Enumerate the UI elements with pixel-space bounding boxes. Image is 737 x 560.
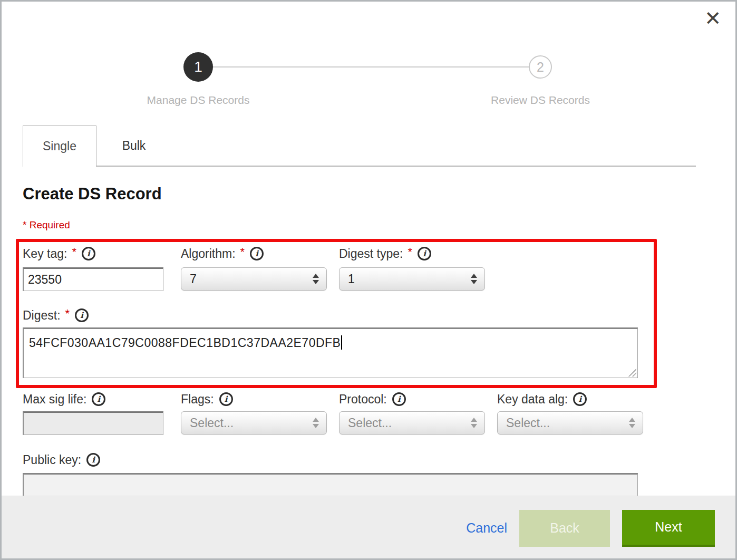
select-spinner-icon	[471, 274, 477, 284]
page-title: Create DS Record	[23, 185, 162, 204]
info-icon[interactable]: i	[250, 247, 264, 260]
cancel-button[interactable]: Cancel	[466, 520, 507, 536]
info-icon[interactable]: i	[392, 392, 406, 406]
required-asterisk: *	[240, 245, 245, 259]
digest-type-label: Digest type:	[339, 247, 403, 261]
info-icon-glyph: i	[225, 394, 228, 404]
back-button[interactable]: Back	[519, 510, 610, 547]
flags-select[interactable]: Select...	[181, 411, 327, 435]
required-asterisk: *	[408, 245, 412, 259]
create-ds-record-modal: ✕ 1 2 Manage DS Records Review DS Record…	[0, 0, 737, 560]
stepper-connector-line	[213, 66, 530, 67]
algorithm-select-value: 7	[190, 272, 313, 286]
modal-footer: Cancel Back Next	[0, 496, 737, 560]
public-key-label-row: Public key: i	[23, 452, 100, 468]
protocol-label-row: Protocol: i	[339, 391, 406, 407]
digest-label: Digest:	[23, 308, 61, 323]
info-icon-glyph: i	[92, 455, 95, 465]
step-1-label: Manage DS Records	[93, 94, 304, 107]
tab-bulk-label: Bulk	[122, 139, 146, 153]
info-icon-glyph: i	[98, 394, 101, 404]
tab-bar-divider	[96, 166, 696, 167]
digest-textarea[interactable]: 54FCF030AA1C79C0088FDEC1BD1C37DAA2E70DFB	[23, 327, 638, 378]
digest-label-row: Digest: * i	[23, 307, 89, 323]
info-icon-glyph: i	[87, 249, 90, 258]
resize-handle-icon[interactable]	[627, 368, 636, 376]
info-icon-glyph: i	[80, 311, 83, 320]
info-icon[interactable]: i	[82, 247, 95, 260]
info-icon[interactable]: i	[573, 392, 587, 406]
key-tag-input[interactable]	[23, 267, 163, 291]
select-spinner-icon	[629, 418, 635, 428]
key-data-alg-label: Key data alg:	[497, 392, 568, 407]
algorithm-select[interactable]: 7	[181, 267, 327, 291]
info-icon[interactable]: i	[75, 308, 89, 322]
key-data-alg-select[interactable]: Select...	[497, 411, 643, 435]
step-2-circle: 2	[529, 55, 552, 79]
flags-label: Flags:	[181, 392, 214, 407]
digest-value: 54FCF030AA1C79C0088FDEC1BD1C37DAA2E70DFB	[29, 336, 341, 350]
close-icon[interactable]: ✕	[704, 8, 721, 28]
text-cursor	[341, 335, 342, 350]
info-icon-glyph: i	[423, 249, 426, 258]
digest-type-select-value: 1	[348, 272, 471, 286]
flags-label-row: Flags: i	[181, 391, 233, 407]
step-1-number: 1	[194, 59, 202, 75]
required-note-text: Required	[30, 219, 70, 230]
algorithm-label-row: Algorithm: * i	[181, 246, 264, 262]
tab-bulk[interactable]: Bulk	[96, 125, 171, 166]
select-spinner-icon	[313, 418, 319, 428]
tab-single-label: Single	[43, 139, 76, 153]
max-sig-life-label: Max sig life:	[23, 392, 86, 407]
required-asterisk: *	[23, 219, 26, 230]
required-note: * Required	[23, 219, 70, 231]
info-icon[interactable]: i	[219, 392, 233, 406]
key-tag-label: Key tag:	[23, 247, 67, 261]
max-sig-life-label-row: Max sig life: i	[23, 391, 105, 407]
public-key-label: Public key:	[23, 453, 81, 467]
protocol-label: Protocol:	[339, 392, 387, 407]
algorithm-label: Algorithm:	[181, 247, 236, 261]
digest-type-select[interactable]: 1	[339, 267, 485, 291]
required-asterisk: *	[65, 307, 70, 321]
digest-type-label-row: Digest type: * i	[339, 246, 431, 262]
step-1-circle: 1	[183, 52, 213, 82]
select-spinner-icon	[313, 274, 319, 284]
protocol-select[interactable]: Select...	[339, 411, 485, 435]
info-icon-glyph: i	[255, 249, 258, 258]
next-button[interactable]: Next	[622, 510, 715, 547]
max-sig-life-input[interactable]	[23, 411, 163, 435]
step-2-number: 2	[537, 60, 544, 75]
info-icon[interactable]: i	[92, 392, 105, 406]
info-icon-glyph: i	[578, 394, 581, 404]
tab-single[interactable]: Single	[23, 125, 96, 167]
info-icon[interactable]: i	[86, 453, 100, 467]
step-2-label: Review DS Records	[435, 94, 646, 107]
select-spinner-icon	[471, 418, 477, 428]
info-icon[interactable]: i	[418, 247, 431, 260]
flags-select-value: Select...	[190, 416, 313, 430]
key-data-alg-label-row: Key data alg: i	[497, 391, 587, 407]
required-asterisk: *	[72, 245, 76, 259]
protocol-select-value: Select...	[348, 416, 471, 430]
key-tag-label-row: Key tag: * i	[23, 246, 95, 262]
key-data-alg-select-value: Select...	[506, 416, 629, 430]
info-icon-glyph: i	[397, 394, 401, 404]
